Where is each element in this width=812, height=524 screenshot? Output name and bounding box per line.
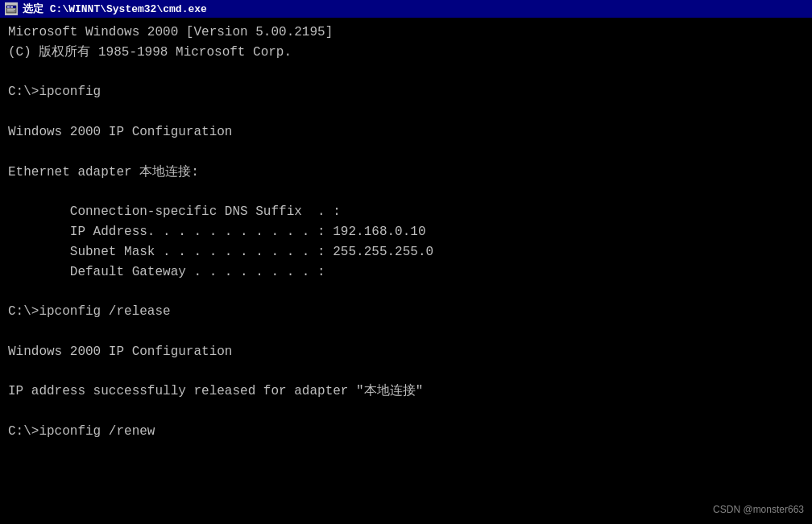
titlebar: 选定 C:\WINNT\System32\cmd.exe — [0, 0, 812, 18]
terminal-line: (C) 版权所有 1985-1998 Microsoft Corp. — [8, 43, 804, 63]
titlebar-title: 选定 C:\WINNT\System32\cmd.exe — [23, 2, 807, 16]
terminal-line: Connection-specific DNS Suffix . : — [8, 202, 804, 222]
terminal-line: Windows 2000 IP Configuration — [8, 122, 804, 142]
watermark: CSDN @monster663 — [713, 502, 804, 518]
svg-rect-5 — [7, 10, 14, 11]
terminal-line: IP Address. . . . . . . . . . . : 192.16… — [8, 222, 804, 242]
cmd-window: 选定 C:\WINNT\System32\cmd.exe Microsoft W… — [0, 0, 812, 524]
terminal-line — [8, 182, 804, 202]
terminal-line — [8, 402, 804, 422]
terminal-line — [8, 362, 804, 382]
terminal-line: Microsoft Windows 2000 [Version 5.00.219… — [8, 23, 804, 43]
terminal-body[interactable]: Microsoft Windows 2000 [Version 5.00.219… — [0, 18, 812, 524]
terminal-line — [8, 142, 804, 163]
svg-rect-4 — [7, 9, 15, 10]
titlebar-icon — [5, 2, 18, 15]
terminal-line: C:\>ipconfig — [8, 82, 804, 102]
terminal-line: C:\>ipconfig /renew — [8, 422, 804, 442]
terminal-line: C:\>ipconfig /release — [8, 302, 804, 322]
svg-rect-2 — [7, 6, 10, 8]
terminal-line: Subnet Mask . . . . . . . . . . : 255.25… — [8, 242, 804, 262]
terminal-line: IP address successfully released for ada… — [8, 382, 804, 402]
terminal-line: Windows 2000 IP Configuration — [8, 342, 804, 362]
terminal-line — [8, 63, 804, 83]
terminal-line: Default Gateway . . . . . . . . : — [8, 262, 804, 283]
terminal-line — [8, 102, 804, 122]
terminal-line: Ethernet adapter 本地连接: — [8, 163, 804, 183]
terminal-line — [8, 322, 804, 342]
svg-rect-3 — [10, 6, 13, 8]
terminal-line — [8, 282, 804, 302]
